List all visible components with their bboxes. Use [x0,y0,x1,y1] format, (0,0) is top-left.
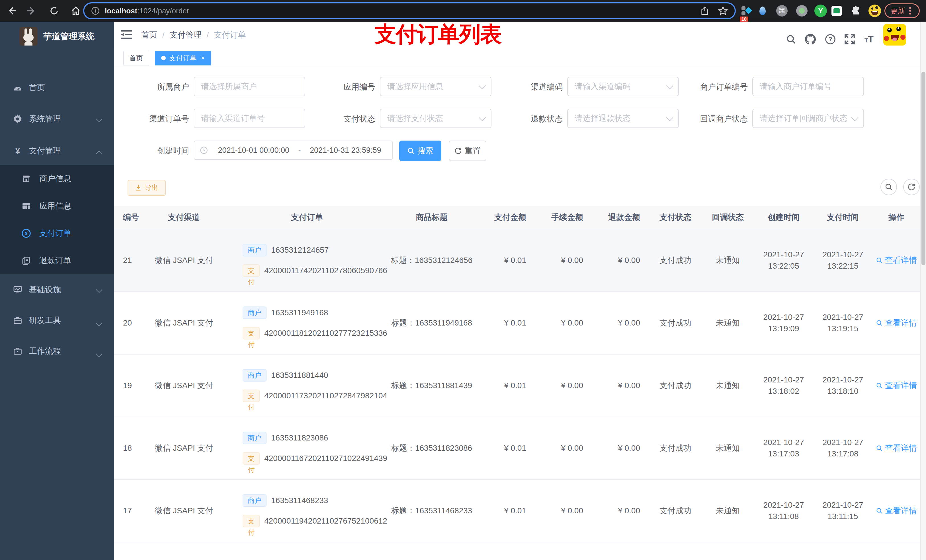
extensions-puzzle-icon[interactable] [850,0,862,22]
sidebar-item-refund-order[interactable]: 退款订单 [0,247,114,274]
pay-order-icon: ¥ [21,228,31,238]
notify-status-select[interactable]: 请选择订单回调商户状态 [752,109,864,128]
cell-refund: ¥ 0.00 [592,355,649,417]
export-button[interactable]: 导出 [127,180,166,196]
cell-channel: 微信 JSAPI 支付 [146,292,222,354]
close-tab-icon[interactable]: × [201,54,205,62]
clock-icon [200,146,208,154]
tab-pay-order[interactable]: 支付订单 × [155,51,211,65]
font-size-icon[interactable]: TT [863,33,875,45]
share-icon[interactable] [701,6,709,15]
toggle-search-button[interactable] [881,179,897,195]
tab-home[interactable]: 首页 [123,51,149,65]
filter-label-merchant: 所属商户 [104,77,189,97]
extension-y-icon[interactable]: Y [814,0,828,22]
browser-menu-icon[interactable] [909,7,911,15]
breadcrumb-current: 支付订单 [214,30,246,41]
store-icon [21,174,31,184]
scrollbar-thumb[interactable] [921,72,925,265]
sidebar-item-merchant-info[interactable]: 商户信息 [0,165,114,192]
refund-doc-icon [21,255,31,266]
page-scrollbar[interactable] [920,22,926,560]
browser-chrome: localhost:1024/pay/order 10 ⌘ [0,0,926,22]
sidebar-item-system[interactable]: 系统管理 [0,105,114,133]
view-detail-link[interactable]: 查看详情 [876,318,917,328]
column-header-title: 商品标题 [385,206,478,229]
view-detail-link[interactable]: 查看详情 [876,506,917,516]
sidebar-item-infra[interactable]: 基础设施 [0,274,114,305]
app-select[interactable]: 请选择应用信息 [380,77,492,96]
svg-text:¥: ¥ [25,231,27,237]
date-end[interactable]: 2021-10-31 23:59:59 [304,146,387,155]
url-bar[interactable]: localhost:1024/pay/order [83,2,736,20]
extension-chat-icon[interactable] [831,0,842,22]
create-time-range-input[interactable]: 2021-10-01 00:00:00 - 2021-10-31 23:59:5… [194,140,393,160]
forward-icon[interactable] [24,3,39,18]
profile-emoji-icon[interactable] [868,0,882,22]
cell-paid: 2021-10-2713:17:08 [813,417,873,479]
cell-pay-status: 支付成功 [649,229,702,291]
github-icon[interactable] [805,33,816,45]
svg-text:?: ? [828,36,832,43]
cell-amount: ¥ 0.01 [478,229,535,291]
briefcase-icon [12,346,23,356]
user-avatar[interactable] [883,24,906,45]
date-start[interactable]: 2021-10-01 00:00:00 [212,146,295,155]
channel-order-no-input[interactable]: 请输入渠道订单号 [194,109,305,128]
monitor-icon [12,285,23,295]
refresh-button[interactable] [903,179,920,195]
sidebar-item-workflow[interactable]: 工作流程 [0,336,114,367]
cell-id: 19 [114,355,146,417]
gear-icon [12,114,23,124]
browser-update-button[interactable]: 更新 [884,3,920,18]
reload-icon[interactable] [47,3,62,18]
column-header-pay-status: 支付状态 [649,206,702,229]
cell-title: 标题：1635311823086 [385,417,478,479]
column-header-order: 支付订单 [222,206,385,229]
search-icon[interactable] [785,33,797,45]
breadcrumb-home[interactable]: 首页 [141,30,157,41]
cell-order: 商户1635311949168 支付4200001181202110277723… [222,292,385,354]
fullscreen-icon[interactable] [844,33,855,45]
chevron-up-icon [96,151,103,157]
column-header-id: 编号 [114,206,146,229]
reset-button[interactable]: 重置 [449,140,486,161]
cell-refund: ¥ 0.00 [592,292,649,354]
site-info-icon[interactable] [91,6,100,15]
home-icon[interactable] [68,3,83,18]
extension-diamond-icon[interactable]: 10 [740,0,753,22]
back-icon[interactable] [5,3,20,18]
extension-command-icon[interactable]: ⌘ [776,0,788,22]
sidebar-item-pay[interactable]: ¥ 支付管理 [0,137,114,165]
sidebar-toggle-icon[interactable] [121,30,132,40]
cell-pay-status: 支付成功 [649,355,702,417]
view-detail-link[interactable]: 查看详情 [876,443,917,454]
sidebar-item-app-info[interactable]: 应用信息 [0,192,114,220]
chevron-down-icon [96,287,103,293]
app-title: 芋道管理系统 [43,31,95,42]
pay-status-select[interactable]: 请选择支付状态 [380,109,492,128]
breadcrumb-pay[interactable]: 支付管理 [170,30,201,41]
column-header-fee: 手续金额 [535,206,592,229]
grid-icon [21,201,31,211]
sidebar-item-pay-order[interactable]: ¥ 支付订单 [0,220,114,247]
cell-notify-status: 未通知 [702,480,754,542]
merchant-tag: 商户 [243,244,266,257]
sidebar-item-home[interactable]: 首页 [0,73,114,102]
pay-tag: 支付 [243,264,260,277]
cell-fee: ¥ 0.00 [535,355,592,417]
view-detail-link[interactable]: 查看详情 [876,255,917,266]
help-icon[interactable]: ? [825,33,836,45]
search-button[interactable]: 搜索 [399,140,441,161]
view-detail-link[interactable]: 查看详情 [876,380,917,391]
column-header-paid: 支付时间 [813,206,873,229]
merchant-select[interactable]: 请选择所属商户 [194,77,305,96]
extension-balloon-icon[interactable] [757,0,768,22]
sidebar-item-devtools[interactable]: 研发工具 [0,305,114,336]
filter-label-create-time: 创建时间 [104,140,189,161]
merchant-order-no-input[interactable]: 请输入商户订单编号 [752,77,864,96]
bookmark-star-icon[interactable] [718,6,728,16]
merchant-tag: 商户 [243,306,266,319]
extension-record-icon[interactable] [796,0,808,22]
filter-label-channel-order-no: 渠道订单号 [104,109,189,129]
